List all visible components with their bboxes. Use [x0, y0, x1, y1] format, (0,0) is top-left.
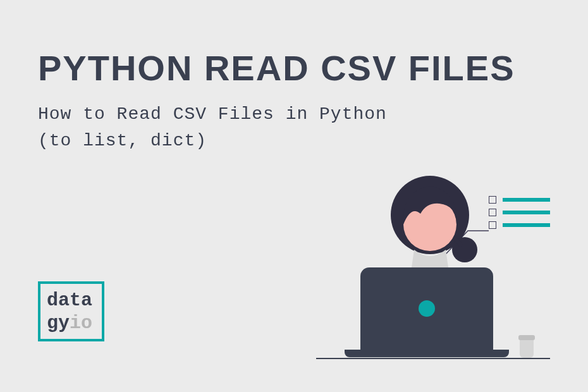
- brand-logo: data gyio: [38, 281, 104, 341]
- checklist-line: [503, 223, 550, 227]
- laptop-logo-icon: [419, 300, 435, 317]
- laptop-illustration: [345, 267, 509, 357]
- subtitle-line-1: How to Read CSV Files in Python: [38, 104, 387, 124]
- subtitle: How to Read CSV Files in Python (to list…: [38, 101, 550, 154]
- checklist-row: [489, 209, 550, 216]
- logo-text-line-1: data: [47, 289, 102, 312]
- checklist-line: [503, 211, 550, 214]
- hero-illustration: [310, 171, 550, 367]
- laptop-base: [345, 350, 509, 357]
- checklist-row: [489, 196, 550, 204]
- laptop-screen: [360, 267, 493, 350]
- checklist-widget: [489, 196, 550, 229]
- coffee-cup-icon: [520, 333, 537, 358]
- checklist-line: [503, 198, 550, 202]
- logo-text-line-2: gyio: [47, 312, 102, 334]
- subtitle-line-2: (to list, dict): [38, 131, 207, 150]
- checklist-row: [489, 221, 550, 229]
- page-title: PYTHON READ CSV FILES: [38, 51, 550, 86]
- desk-line: [316, 358, 550, 359]
